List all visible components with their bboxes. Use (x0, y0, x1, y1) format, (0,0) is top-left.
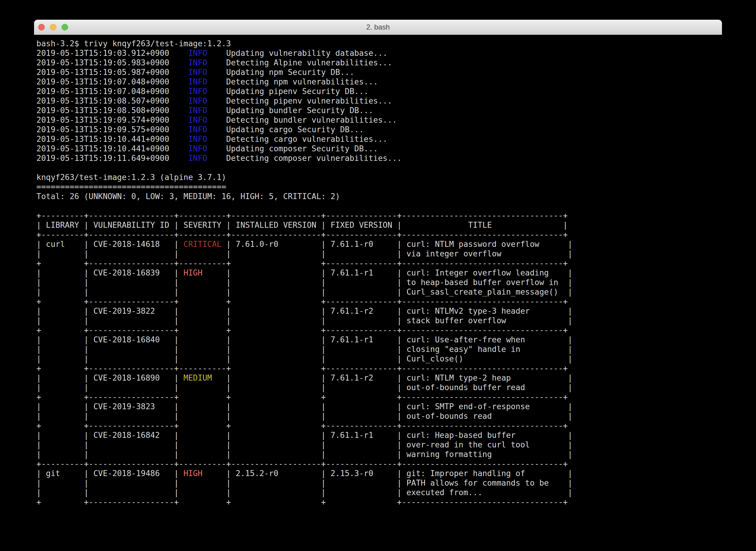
terminal-line: | | CVE-2019-3822 | | | 7.61.1-r2 | curl… (36, 306, 720, 316)
terminal-line: | | | | | | PATH allows for commands to … (36, 478, 720, 488)
terminal-line: + +------------------+ + + +------------… (36, 392, 720, 402)
terminal-line: 2019-05-13T15:19:09.575+0900 INFO Updati… (36, 125, 720, 134)
terminal-line: +---------+------------------+----------… (36, 230, 720, 239)
terminal-line: 2019-05-13T15:19:10.441+0900 INFO Detect… (36, 134, 720, 144)
terminal-line: | | | | | | to heap-based buffer overflo… (36, 278, 720, 287)
terminal-line: | LIBRARY | VULNERABILITY ID | SEVERITY … (36, 220, 720, 230)
terminal-line: | | | | | | Curl_sasl_create_plain_messa… (36, 287, 720, 297)
terminal-line: | git | CVE-2018-19486 | HIGH | 2.15.2-r… (36, 469, 720, 478)
minimize-button[interactable] (50, 24, 56, 30)
terminal-line (36, 163, 720, 172)
terminal-line: 2019-05-13T15:19:07.048+0900 INFO Detect… (36, 77, 720, 87)
terminal-window: 2. bash bash-3.2$ trivy knqyf263/test-im… (34, 20, 722, 539)
terminal-line: +---------+------------------+----------… (36, 211, 720, 220)
terminal-line: ======================================== (36, 182, 720, 192)
close-button[interactable] (38, 24, 45, 30)
terminal-line: | | | | | | Curl_close() | (36, 354, 720, 364)
terminal-line: 2019-05-13T15:19:05.987+0900 INFO Updati… (36, 67, 720, 77)
terminal-line: | | CVE-2018-16842 | | | 7.61.1-r1 | cur… (36, 430, 720, 440)
terminal-line: | | | | | | out-of-bounds read | (36, 411, 720, 421)
terminal-line: + +------------------+ + +--------------… (36, 421, 720, 430)
terminal-line: | curl | CVE-2018-14618 | CRITICAL | 7.6… (36, 239, 720, 249)
terminal-line: | | | | | | warning formatting | (36, 450, 720, 459)
terminal-line: 2019-05-13T15:19:09.574+0900 INFO Detect… (36, 115, 720, 125)
terminal-line: | | | | | | over-read in the curl tool | (36, 440, 720, 450)
terminal-line: 2019-05-13T15:19:11.649+0900 INFO Detect… (36, 153, 720, 163)
terminal-line: | | | | | | stack buffer overflow | (36, 316, 720, 325)
terminal-line: + +------------------+ + +--------------… (36, 297, 720, 306)
terminal-line: + +------------------+ + +--------------… (36, 325, 720, 335)
terminal-line: | | | | | | out-of-bounds buffer read | (36, 383, 720, 392)
terminal-line: | | CVE-2018-16890 | MEDIUM | | 7.61.1-r… (36, 373, 720, 383)
terminal-line: 2019-05-13T15:19:07.048+0900 INFO Updati… (36, 87, 720, 96)
terminal-line: 2019-05-13T15:19:03.912+0900 INFO Updati… (36, 48, 720, 58)
terminal-line: | | | | | | executed from... | (36, 488, 720, 497)
terminal-line: 2019-05-13T15:19:08.507+0900 INFO Detect… (36, 96, 720, 106)
terminal-line: | | CVE-2018-16839 | HIGH | | 7.61.1-r1 … (36, 268, 720, 278)
terminal-line: knqyf263/test-image:1.2.3 (alpine 3.7.1) (36, 172, 720, 182)
terminal-output[interactable]: bash-3.2$ trivy knqyf263/test-image:1.2.… (34, 35, 722, 511)
terminal-line: 2019-05-13T15:19:08.508+0900 INFO Updati… (36, 106, 720, 115)
terminal-line: + +------------------+ + + +------------… (36, 497, 720, 507)
titlebar[interactable]: 2. bash (34, 20, 722, 35)
terminal-line: +---------+------------------+----------… (36, 459, 720, 469)
terminal-line: | | | | | | closing "easy" handle in | (36, 345, 720, 354)
window-title: 2. bash (366, 23, 390, 31)
terminal-line: + +------------------+----------+ +-----… (36, 258, 720, 268)
terminal-line (36, 201, 720, 211)
traffic-lights (38, 20, 68, 34)
terminal-line: 2019-05-13T15:19:05.983+0900 INFO Detect… (36, 58, 720, 67)
terminal-line: | | | | | | via integer overflow | (36, 249, 720, 258)
terminal-line: + +------------------+----------+ +-----… (36, 364, 720, 373)
terminal-line: bash-3.2$ trivy knqyf263/test-image:1.2.… (36, 39, 720, 48)
terminal-line: | | CVE-2019-3823 | | | | curl: SMTP end… (36, 402, 720, 411)
zoom-button[interactable] (61, 24, 68, 30)
terminal-line: 2019-05-13T15:19:10.441+0900 INFO Updati… (36, 144, 720, 153)
terminal-line: Total: 26 (UNKNOWN: 0, LOW: 3, MEDIUM: 1… (36, 192, 720, 201)
terminal-line: | | CVE-2018-16840 | | | 7.61.1-r1 | cur… (36, 335, 720, 345)
